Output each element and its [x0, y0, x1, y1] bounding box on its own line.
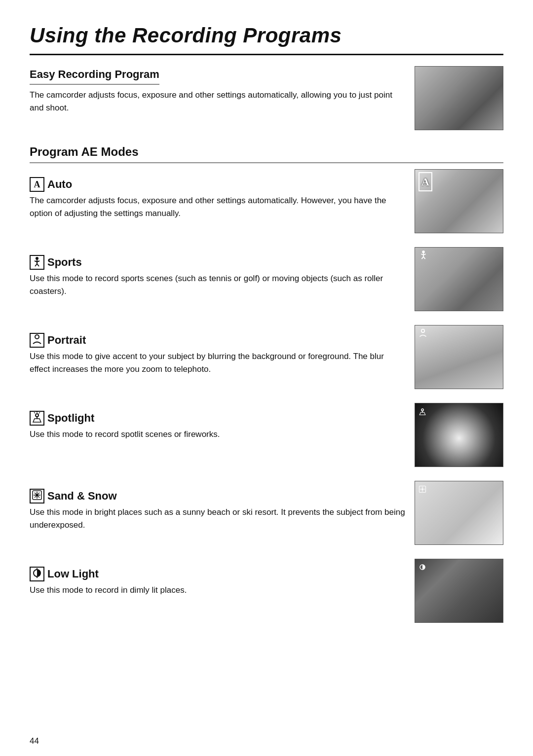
- mode-portrait-left: Portrait Use this mode to give accent to…: [30, 325, 415, 378]
- portrait-icon: [30, 333, 44, 348]
- svg-point-30: [422, 489, 423, 490]
- page-title: Using the Recording Programs: [30, 20, 503, 51]
- mode-sports-heading: Sports: [30, 254, 406, 270]
- portrait-overlay-icon: [419, 328, 427, 341]
- mode-auto-left: A Auto The camcorder adjusts focus, expo…: [30, 169, 415, 222]
- mode-portrait-description: Use this mode to give accent to your sub…: [30, 350, 406, 376]
- svg-point-26: [36, 494, 38, 496]
- mode-sand-snow-image: [415, 481, 503, 545]
- program-ae-heading: Program AE Modes: [30, 143, 503, 163]
- low-light-image-bg: [415, 559, 503, 622]
- mode-row-sand-snow: Sand & Snow Use this mode in bright plac…: [30, 481, 503, 545]
- easy-recording-heading: Easy Recording Program: [30, 66, 159, 85]
- mode-row-sports: Sports Use this mode to record sports sc…: [30, 247, 503, 311]
- mode-spotlight-left: Spotlight Use this mode to record spotli…: [30, 403, 415, 443]
- low-light-icon: [30, 567, 44, 581]
- svg-point-0: [36, 257, 38, 260]
- title-divider: [30, 54, 503, 55]
- mode-spotlight-title: Spotlight: [47, 410, 94, 426]
- mode-low-light-description: Use this mode to record in dimly lit pla…: [30, 584, 406, 597]
- mode-sports-image: [415, 247, 503, 311]
- mode-row-spotlight: Spotlight Use this mode to record spotli…: [30, 403, 503, 467]
- mode-row-portrait: Portrait Use this mode to give accent to…: [30, 325, 503, 389]
- mode-auto-description: The camcorder adjusts focus, exposure an…: [30, 194, 406, 220]
- spotlight-image-bg: [415, 403, 503, 467]
- mode-auto-title: Auto: [47, 176, 72, 192]
- mode-sports-description: Use this mode to record sports scenes (s…: [30, 272, 406, 298]
- svg-line-5: [37, 264, 39, 266]
- sports-overlay-icon: [419, 250, 428, 264]
- mode-portrait-heading: Portrait: [30, 332, 406, 348]
- mode-sand-snow-description: Use this mode in bright places such as a…: [30, 506, 406, 532]
- mode-auto-heading: A Auto: [30, 176, 406, 192]
- mode-spotlight-heading: Spotlight: [30, 410, 406, 426]
- low-light-overlay-icon: [419, 562, 426, 575]
- portrait-image-bg: [415, 325, 503, 389]
- svg-line-17: [39, 412, 40, 413]
- easy-image-bg: [415, 67, 503, 130]
- svg-line-16: [34, 412, 35, 413]
- easy-recording-text: Easy Recording Program The camcorder adj…: [30, 66, 405, 117]
- svg-point-14: [36, 414, 38, 417]
- mode-row-auto: A Auto The camcorder adjusts focus, expo…: [30, 169, 503, 233]
- program-ae-heading-block: Program AE Modes: [30, 143, 503, 163]
- spotlight-overlay-icon: [419, 406, 426, 419]
- sand-snow-overlay-icon: [419, 484, 426, 497]
- mode-low-light-heading: Low Light: [30, 566, 406, 582]
- mode-low-light-left: Low Light Use this mode to record in dim…: [30, 559, 415, 599]
- mode-sports-left: Sports Use this mode to record sports sc…: [30, 247, 415, 300]
- svg-point-12: [35, 335, 39, 339]
- sports-icon: [30, 255, 44, 270]
- svg-point-19: [421, 409, 423, 411]
- mode-portrait-title: Portrait: [47, 332, 86, 348]
- mode-row-low-light: Low Light Use this mode to record in dim…: [30, 559, 503, 623]
- spotlight-icon: [30, 411, 44, 426]
- svg-point-13: [421, 329, 425, 333]
- svg-line-11: [423, 257, 425, 259]
- sand-snow-image-bg: [415, 481, 503, 544]
- auto-icon: A: [30, 177, 44, 192]
- sand-snow-icon: [30, 489, 44, 504]
- mode-spotlight-image: [415, 403, 503, 467]
- mode-portrait-image: [415, 325, 503, 389]
- auto-overlay-icon: A: [419, 172, 432, 191]
- mode-sand-snow-heading: Sand & Snow: [30, 488, 406, 504]
- mode-sand-snow-title: Sand & Snow: [47, 488, 117, 504]
- mode-low-light-title: Low Light: [47, 566, 99, 582]
- svg-point-6: [422, 251, 424, 253]
- easy-recording-section: Easy Recording Program The camcorder adj…: [30, 66, 503, 130]
- easy-recording-description: The camcorder adjusts focus, exposure an…: [30, 89, 405, 115]
- mode-auto-image: A: [415, 169, 503, 233]
- page-number: 44: [30, 735, 39, 748]
- mode-sports-title: Sports: [47, 254, 82, 270]
- mode-low-light-image: [415, 559, 503, 623]
- mode-sand-snow-left: Sand & Snow Use this mode in bright plac…: [30, 481, 415, 534]
- easy-recording-image: [415, 66, 503, 130]
- mode-spotlight-description: Use this mode to record spotlit scenes o…: [30, 428, 406, 441]
